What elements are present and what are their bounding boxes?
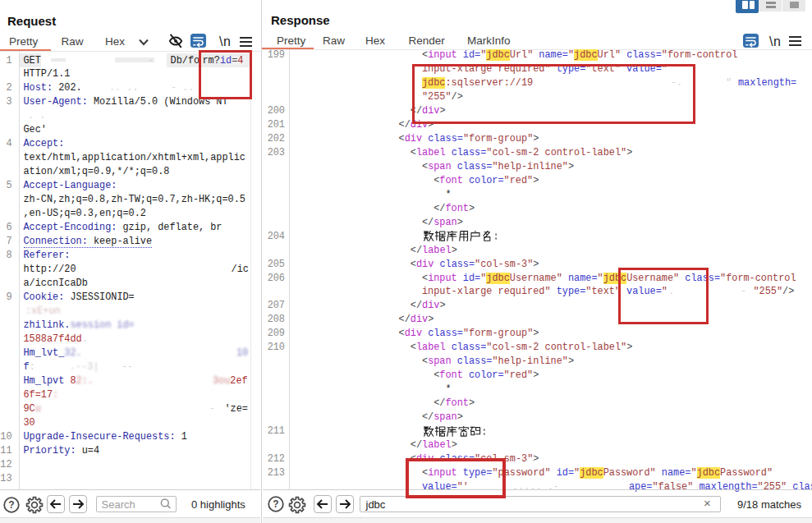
svg-text:?: ? — [273, 498, 278, 510]
svg-text:?: ? — [8, 499, 14, 511]
